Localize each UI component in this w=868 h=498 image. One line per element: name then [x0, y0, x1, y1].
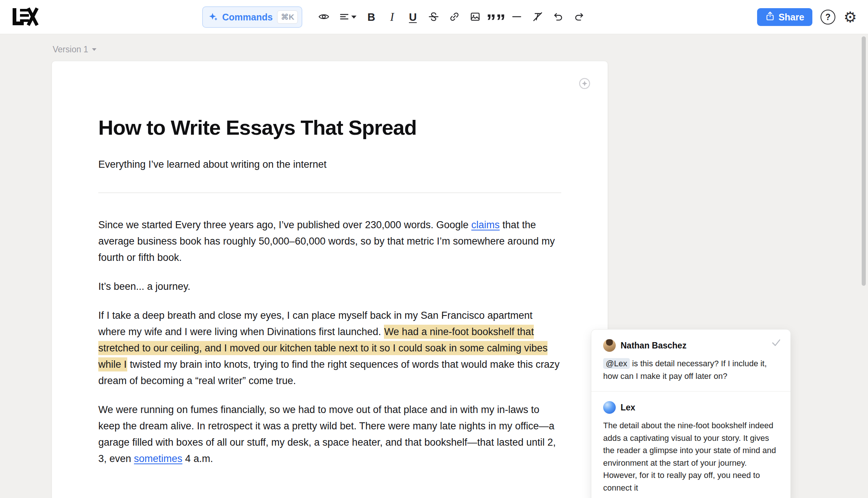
comment: Lex The detail about the nine-foot books… [591, 391, 790, 495]
strikethrough-button[interactable] [425, 8, 442, 26]
question-icon: ? [825, 12, 831, 22]
comment-author: Lex [621, 403, 635, 413]
horizontal-rule-icon [511, 11, 523, 24]
document-divider [98, 193, 561, 193]
paragraph[interactable]: We were running on fumes financially, so… [98, 402, 561, 467]
document-ai-check-button[interactable] [576, 75, 593, 93]
inline-link[interactable]: sometimes [134, 453, 183, 464]
comment-header: Lex [603, 401, 779, 414]
topbar-right-cluster: Share ? ⚙ [757, 8, 857, 26]
italic-button[interactable]: I [384, 8, 401, 26]
paragraph[interactable]: If I take a deep breath and close my eye… [98, 307, 561, 389]
blockquote-button[interactable]: ”” [487, 8, 504, 26]
comment: Nathan Baschez @Lex is this detail neces… [591, 330, 790, 384]
text-run: It’s been... a journey. [98, 281, 190, 292]
clear-formatting-icon [532, 11, 543, 24]
inline-link[interactable]: claims [471, 219, 500, 230]
redo-icon [573, 11, 585, 24]
topbar: Commands ⌘K B I U ”” [0, 0, 868, 34]
comment-header: Nathan Baschez [603, 339, 779, 352]
avatar [603, 339, 616, 352]
settings-button[interactable]: ⚙ [844, 10, 857, 24]
gear-icon: ⚙ [844, 9, 857, 25]
comment-thread: Nathan Baschez @Lex is this detail neces… [591, 330, 790, 498]
help-button[interactable]: ? [821, 10, 835, 24]
document-title[interactable]: How to Write Essays That Spread [98, 115, 561, 140]
align-left-icon [339, 11, 350, 23]
share-button[interactable]: Share [757, 8, 812, 26]
eye-icon [318, 11, 330, 24]
commands-button[interactable]: Commands ⌘K [202, 6, 302, 28]
clear-formatting-button[interactable] [529, 8, 546, 26]
bold-button[interactable]: B [363, 8, 380, 26]
comment-author: Nathan Baschez [621, 341, 687, 351]
bold-icon: B [368, 11, 375, 23]
image-icon [469, 11, 481, 24]
mention-chip: @Lex [603, 358, 630, 369]
redo-button[interactable] [571, 8, 588, 26]
sparkle-icon [209, 12, 218, 22]
preview-button[interactable] [315, 8, 332, 26]
text-align-button[interactable] [336, 8, 359, 26]
comment-body: The detail about the nine-foot bookshelf… [603, 419, 779, 494]
image-button[interactable] [467, 8, 484, 26]
chevron-down-icon [92, 48, 96, 51]
share-label: Share [779, 12, 804, 23]
commands-shortcut-badge: ⌘K [277, 10, 298, 24]
link-button[interactable] [446, 8, 463, 26]
lex-logo-icon[interactable] [11, 7, 39, 28]
underline-icon: U [409, 11, 417, 23]
text-run: The detail about the nine-foot bookshelf… [603, 421, 776, 492]
lex-avatar [603, 401, 616, 414]
text-run: 4 a.m. [183, 453, 213, 464]
version-selector[interactable]: Version 1 [53, 45, 96, 55]
horizontal-rule-button[interactable] [508, 8, 525, 26]
comment-body: @Lex is this detail necessary? If I incl… [603, 357, 779, 382]
commands-label: Commands [222, 12, 273, 23]
document-card: How to Write Essays That Spread Everythi… [52, 61, 608, 498]
paragraph[interactable]: It’s been... a journey. [98, 278, 561, 295]
text-run: Since we started Every three years ago, … [98, 219, 471, 230]
quote-icon: ”” [486, 11, 506, 23]
undo-icon [552, 11, 564, 24]
document-content: How to Write Essays That Spread Everythi… [52, 61, 608, 467]
editor-canvas: Version 1 How to Write Essays That Sprea… [0, 34, 868, 498]
strikethrough-icon [428, 11, 440, 24]
share-icon [765, 11, 775, 23]
underline-button[interactable]: U [404, 8, 421, 26]
document-subtitle[interactable]: Everything I’ve learned about writing on… [98, 159, 561, 170]
vertical-scrollbar[interactable] [862, 36, 866, 286]
document-body: Since we started Every three years ago, … [98, 217, 561, 467]
chevron-down-icon [351, 16, 356, 19]
link-icon [448, 11, 460, 24]
paragraph[interactable]: Since we started Every three years ago, … [98, 217, 561, 266]
version-label: Version 1 [53, 45, 88, 55]
italic-icon: I [390, 10, 394, 24]
formatting-toolbar: B I U ”” [315, 8, 588, 26]
text-run: twisted my brain into knots, trying to f… [98, 359, 560, 386]
undo-button[interactable] [550, 8, 567, 26]
